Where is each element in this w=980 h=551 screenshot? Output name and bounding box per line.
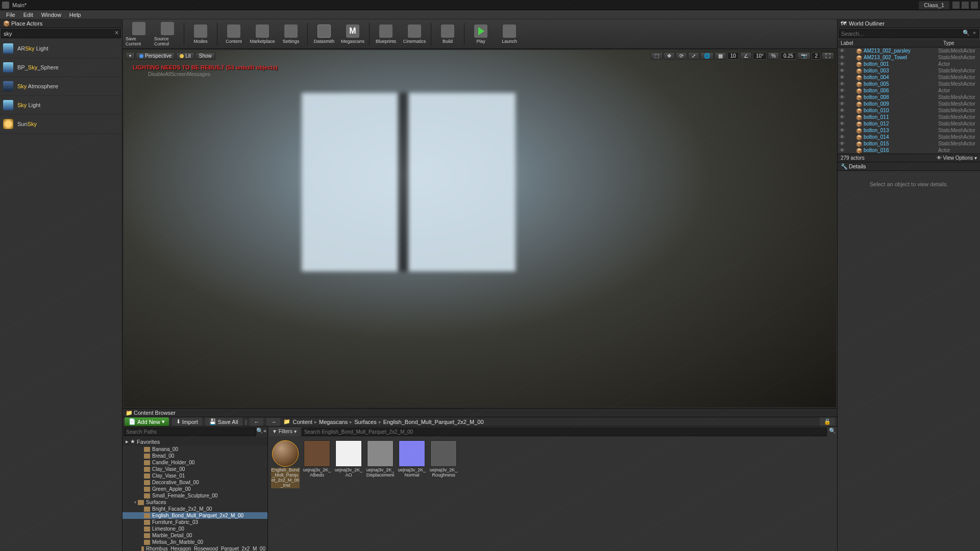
folder-tree-item[interactable]: Green_Apple_00	[122, 486, 267, 492]
outliner-row[interactable]: 👁 📦 bolton_005 StaticMeshActor	[838, 81, 980, 87]
outliner-row[interactable]: 👁 📦 bolton_003 StaticMeshActor	[838, 67, 980, 74]
surface-snap-icon[interactable]: ▦	[715, 52, 726, 60]
visibility-eye-icon[interactable]: 👁	[840, 55, 847, 60]
outliner-row[interactable]: 👁 📦 bolton_006 Actor	[838, 87, 980, 94]
visibility-eye-icon[interactable]: 👁	[840, 81, 847, 87]
place-actors-search-input[interactable]	[2, 30, 112, 38]
folder-tree[interactable]: Banana_00Bread_00Candle_Holder_00Clay_Va…	[122, 446, 267, 551]
outliner-search-input[interactable]	[839, 30, 962, 38]
import-button[interactable]: ⬇ Import	[172, 417, 202, 426]
search-paths-input[interactable]	[124, 428, 256, 436]
outliner-row[interactable]: 👁 📦 bolton_010 StaticMeshActor	[838, 107, 980, 114]
cinematics-button[interactable]: Cinematics	[401, 21, 428, 47]
place-actor-item[interactable]: BP_Sky_Sphere	[0, 58, 122, 77]
visibility-eye-icon[interactable]: 👁	[840, 108, 847, 113]
minimize-button[interactable]	[952, 2, 960, 9]
menu-file[interactable]: File	[2, 12, 19, 18]
visibility-eye-icon[interactable]: 👁	[840, 114, 847, 120]
outliner-row[interactable]: 👁 📦 AM213_002_Towel StaticMeshActor	[838, 54, 980, 61]
visibility-eye-icon[interactable]: 👁	[840, 74, 847, 80]
visibility-eye-icon[interactable]: 👁	[840, 94, 847, 100]
source-control-button[interactable]: Source Control	[154, 21, 181, 47]
outliner-row[interactable]: 👁 📦 bolton_001 Actor	[838, 61, 980, 67]
folder-tree-item[interactable]: Melisa_Jin_Marble_00	[122, 539, 267, 545]
outliner-view-options[interactable]: 👁 View Options ▾	[937, 155, 977, 161]
collapse-icon[interactable]: «	[263, 428, 266, 436]
translate-mode-icon[interactable]: ✥	[664, 52, 675, 60]
search-icon[interactable]: 🔍	[256, 428, 263, 436]
asset-tile[interactable]: uejnaj3v_2K_Normal	[398, 440, 426, 488]
build-button[interactable]: Build	[434, 21, 461, 47]
close-button[interactable]	[971, 2, 978, 9]
rotate-mode-icon[interactable]: ⟳	[676, 52, 687, 60]
save-all-button[interactable]: 💾 Save All	[205, 417, 242, 426]
visibility-eye-icon[interactable]: 👁	[840, 141, 847, 146]
asset-tile[interactable]: uejnaj3v_2K_Roughness	[429, 440, 458, 488]
outliner-row[interactable]: 👁 📦 bolton_009 StaticMeshActor	[838, 101, 980, 107]
place-actor-item[interactable]: Sky Light	[0, 96, 122, 115]
megascans-button[interactable]: MMegascans	[339, 21, 366, 47]
angle-snap-icon[interactable]: ∠	[740, 52, 752, 60]
outliner-row[interactable]: 👁 📦 bolton_016 Actor	[838, 147, 980, 154]
viewport[interactable]: ▾ Perspective Lit Show ⬚ ✥ ⟳ ⤢ 🌐 ▦ 10 ∠ …	[124, 50, 836, 407]
save-current-button[interactable]: Save Current	[126, 21, 152, 47]
outliner-row[interactable]: 👁 📦 bolton_011 StaticMeshActor	[838, 114, 980, 120]
breadcrumb-item[interactable]: English_Bond_Mult_Parquet_2x2_M_00	[383, 419, 484, 425]
camera-speed-icon[interactable]: 📷	[797, 52, 811, 60]
search-icon[interactable]: 🔍	[829, 428, 836, 436]
folder-tree-item[interactable]: Bright_Facade_2x2_M_00	[122, 506, 267, 512]
add-actor-icon[interactable]: +	[970, 30, 978, 38]
asset-tile[interactable]: uejnaj3v_2K_AO	[334, 440, 363, 488]
scale-snap-icon[interactable]: %	[768, 52, 779, 60]
level-tab[interactable]: Class_1	[919, 1, 949, 9]
breadcrumb-item[interactable]: Content	[292, 419, 312, 425]
camera-speed-value[interactable]: 2	[812, 52, 821, 60]
blueprints-button[interactable]: Blueprints	[373, 21, 399, 47]
marketplace-button[interactable]: Marketplace	[249, 21, 276, 47]
outliner-row[interactable]: 👁 📦 bolton_013 StaticMeshActor	[838, 127, 980, 134]
folder-tree-item[interactable]: Bread_00	[122, 453, 267, 459]
place-actor-item[interactable]: Sky Atmosphere	[0, 77, 122, 96]
visibility-eye-icon[interactable]: 👁	[840, 147, 847, 153]
grid-snap-value[interactable]: 10	[727, 52, 739, 60]
content-button[interactable]: Content	[220, 21, 247, 47]
asset-tile[interactable]: uejnaj3v_2K_Displacement	[366, 440, 395, 488]
breadcrumb-item[interactable]: Megascans	[319, 419, 348, 425]
visibility-eye-icon[interactable]: 👁	[840, 61, 847, 67]
expand-icon[interactable]: ▾	[133, 500, 138, 505]
coord-space-icon[interactable]: 🌐	[700, 52, 714, 60]
folder-tree-item[interactable]: Small_Female_Sculpture_00	[122, 492, 267, 499]
menu-help[interactable]: Help	[65, 12, 85, 18]
maximize-viewport-icon[interactable]: ⛶	[822, 52, 834, 60]
menu-window[interactable]: Window	[37, 12, 65, 18]
place-actor-item[interactable]: ARSky Light	[0, 39, 122, 58]
visibility-eye-icon[interactable]: 👁	[840, 128, 847, 133]
search-icon[interactable]: 🔍	[962, 30, 970, 38]
outliner-row[interactable]: 👁 📦 bolton_015 StaticMeshActor	[838, 140, 980, 147]
visibility-eye-icon[interactable]: 👁	[840, 101, 847, 107]
viewport-show-button[interactable]: Show	[195, 52, 215, 60]
folder-tree-item[interactable]: Clay_Vase_00	[122, 466, 267, 472]
outliner-row[interactable]: 👁 📦 bolton_014 StaticMeshActor	[838, 134, 980, 140]
folder-tree-item[interactable]: Candle_Holder_00	[122, 459, 267, 466]
folder-tree-item[interactable]: Limestone_00	[122, 525, 267, 532]
viewport-lit-button[interactable]: Lit	[176, 52, 194, 60]
add-new-button[interactable]: 📄 Add New ▾	[125, 417, 169, 426]
angle-snap-value[interactable]: 10°	[753, 52, 767, 60]
datasmith-button[interactable]: Datasmith	[311, 21, 337, 47]
play-button[interactable]: Play	[468, 21, 494, 47]
outliner-row[interactable]: 👁 📦 bolton_004 StaticMeshActor	[838, 74, 980, 81]
folder-tree-item[interactable]: Decorative_Bowl_00	[122, 479, 267, 486]
nav-forward-icon[interactable]: →	[266, 418, 280, 426]
folder-tree-item[interactable]: Clay_Vase_01	[122, 472, 267, 479]
settings-button[interactable]: Settings	[278, 21, 304, 47]
folder-tree-item[interactable]: English_Bond_Mult_Parquet_2x2_M_00	[122, 512, 267, 519]
viewport-perspective-button[interactable]: Perspective	[136, 52, 175, 60]
visibility-eye-icon[interactable]: 👁	[840, 134, 847, 140]
outliner-row[interactable]: 👁 📦 bolton_012 StaticMeshActor	[838, 120, 980, 127]
viewport-canvas[interactable]	[124, 50, 836, 407]
maximize-button[interactable]	[962, 2, 969, 9]
folder-tree-item[interactable]: Rhombus_Hexagon_Rosewood_Parquet_2x2_M_0…	[122, 545, 267, 551]
modes-button[interactable]: Modes	[187, 21, 214, 47]
launch-button[interactable]: Launch	[496, 21, 523, 47]
